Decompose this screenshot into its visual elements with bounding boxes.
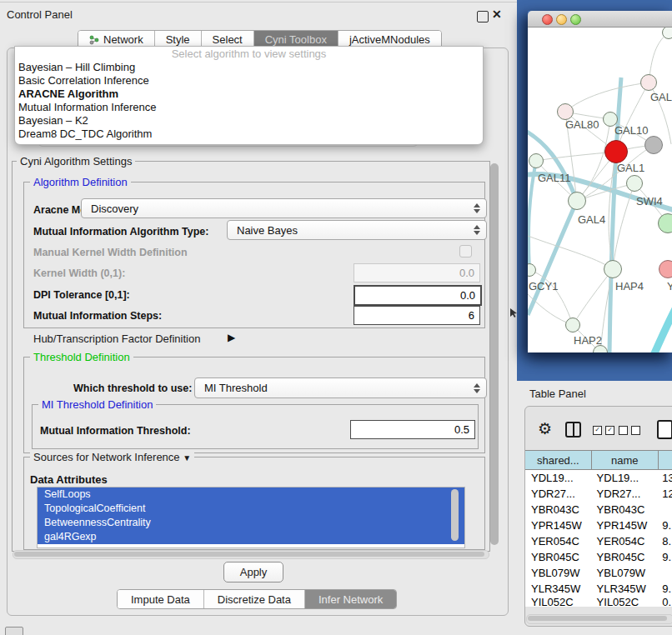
table-horizontal-scrollbar-thumb[interactable] bbox=[528, 616, 667, 621]
aracne-mode-combobox[interactable]: Discovery bbox=[81, 198, 487, 218]
table-cell: 13 bbox=[656, 470, 672, 486]
network-node-gal1[interactable] bbox=[626, 175, 643, 192]
network-window-titlebar[interactable] bbox=[528, 11, 672, 28]
attribute-item[interactable]: BetweennessCentrality bbox=[38, 516, 464, 530]
column-header[interactable]: name bbox=[592, 451, 659, 469]
table-row[interactable]: YBR045CYBR045C9. bbox=[525, 549, 672, 565]
column-header[interactable]: shared... bbox=[525, 451, 592, 469]
settings-horizontal-scrollbar-thumb[interactable] bbox=[14, 552, 484, 557]
attribute-item[interactable]: SelfLoops bbox=[38, 488, 464, 502]
app-screen: Control Panel ✕ Network Style Select Cyn… bbox=[0, 0, 672, 635]
node-label: GAL11 bbox=[538, 172, 571, 184]
table-cell: 9. bbox=[656, 518, 672, 533]
node-label: GAL4 bbox=[578, 213, 605, 226]
mi-threshold-definition-title: MI Threshold Definition bbox=[38, 398, 156, 411]
node-label: GAL bbox=[650, 91, 672, 103]
network-node-gal80[interactable] bbox=[557, 103, 574, 120]
gear-icon[interactable]: ⚙ bbox=[538, 421, 552, 437]
minimize-traffic-light[interactable] bbox=[556, 14, 567, 25]
table-cell: YER054C bbox=[591, 533, 657, 549]
hub-definition-label: Hub/Transcription Factor Definition bbox=[33, 332, 200, 345]
which-threshold-combobox[interactable]: MI Threshold bbox=[194, 378, 487, 398]
table-horizontal-scrollbar[interactable] bbox=[526, 614, 672, 624]
columns-icon[interactable] bbox=[565, 422, 581, 438]
aracne-mode-value: Discovery bbox=[91, 202, 138, 215]
tab-infer-network-label: Infer Network bbox=[318, 593, 383, 606]
network-node-swi4[interactable] bbox=[658, 213, 672, 233]
manual-kernel-width-checkbox[interactable] bbox=[459, 245, 472, 258]
dropdown-item[interactable]: Basic Correlation Inference bbox=[15, 74, 483, 88]
dropdown-item[interactable]: Dream8 DC_TDC Algorithm bbox=[15, 128, 483, 141]
sources-collapse-icon[interactable]: ▼ bbox=[183, 453, 191, 462]
network-node-hap4[interactable] bbox=[604, 260, 622, 278]
unchecked-box-icon bbox=[631, 426, 640, 435]
tab-impute-data[interactable]: Impute Data bbox=[118, 590, 204, 608]
table-row[interactable]: YLR345WYLR345W9. bbox=[525, 581, 672, 597]
dpi-tolerance-label: DPI Tolerance [0,1]: bbox=[33, 289, 130, 301]
close-traffic-light[interactable] bbox=[542, 14, 553, 25]
float-window-icon[interactable] bbox=[477, 11, 489, 22]
table-cell: YDL19... bbox=[525, 470, 591, 486]
network-node-gal11[interactable] bbox=[529, 153, 544, 168]
network-node[interactable] bbox=[662, 28, 672, 39]
attribute-item[interactable]: TopologicalCoefficient bbox=[38, 502, 464, 516]
network-node-gal4[interactable] bbox=[568, 192, 586, 210]
tab-select-label: Select bbox=[213, 33, 243, 46]
tab-discretize-data[interactable]: Discretize Data bbox=[204, 590, 305, 608]
hub-definition-expand-icon[interactable]: ▶ bbox=[228, 332, 235, 343]
table-cell: YPR145W bbox=[525, 518, 591, 533]
dropdown-prompt: Select algorithm to view settings bbox=[15, 47, 483, 61]
node-label: GCY1 bbox=[529, 280, 558, 292]
network-node-gray[interactable] bbox=[644, 136, 663, 154]
column-header[interactable] bbox=[659, 451, 672, 469]
close-icon[interactable]: ✕ bbox=[492, 8, 502, 21]
table-row[interactable]: YDR27...YDR27...12 bbox=[525, 486, 672, 502]
partial-corner-button[interactable] bbox=[5, 627, 23, 635]
network-node-pink[interactable] bbox=[659, 260, 672, 278]
network-node-selected-red[interactable] bbox=[604, 140, 628, 163]
dropdown-item-selected[interactable]: ARACNE Algorithm bbox=[15, 88, 483, 101]
attributes-list-scrollbar[interactable] bbox=[451, 489, 459, 541]
sources-group-title-text: Sources for Network Inference bbox=[33, 451, 180, 463]
table-row[interactable]: YPR145WYPR145W9. bbox=[525, 518, 672, 533]
dropdown-item[interactable]: Bayesian – K2 bbox=[15, 114, 483, 128]
network-node[interactable] bbox=[640, 74, 657, 91]
dropdown-item[interactable]: Mutual Information Inference bbox=[15, 101, 483, 114]
tab-network-label: Network bbox=[103, 33, 143, 46]
apply-button[interactable]: Apply bbox=[223, 562, 283, 582]
network-canvas[interactable]: GAL GAL80 GAL10 GAL1 GAL11 SWI4 GAL4 GCY… bbox=[528, 28, 672, 352]
kernel-width-label: Kernel Width (0,1): bbox=[33, 268, 125, 279]
network-node-hap2[interactable] bbox=[565, 318, 580, 332]
mi-algorithm-type-combobox[interactable]: Naive Bayes bbox=[227, 220, 487, 240]
node-label: HAP2 bbox=[574, 334, 602, 347]
tab-infer-network[interactable]: Infer Network bbox=[305, 590, 396, 608]
deselect-all-checks-icon[interactable] bbox=[619, 426, 640, 435]
table-row[interactable]: YDL19...YDL19...13 bbox=[525, 470, 672, 486]
table-row[interactable]: YBR043CYBR043C bbox=[525, 502, 672, 518]
manual-kernel-width-label: Manual Kernel Width Definition bbox=[33, 247, 188, 258]
select-all-checks-icon[interactable]: ✓ ✓ bbox=[593, 426, 614, 435]
kernel-width-input[interactable]: 0.0 bbox=[354, 263, 480, 282]
which-threshold-value: MI Threshold bbox=[204, 382, 268, 394]
table-header-row: shared... name bbox=[525, 450, 672, 470]
new-table-icon[interactable] bbox=[657, 420, 672, 439]
data-attributes-label: Data Attributes bbox=[30, 473, 108, 486]
table-cell bbox=[656, 502, 672, 518]
table-row[interactable]: YIL052CYIL052C0. bbox=[525, 597, 672, 607]
mi-algorithm-type-label: Mutual Information Algorithm Type: bbox=[33, 226, 208, 238]
table-row[interactable]: YBL079WYBL079W bbox=[525, 565, 672, 581]
dropdown-item[interactable]: Bayesian – Hill Climbing bbox=[15, 61, 483, 74]
settings-vertical-scrollbar[interactable] bbox=[490, 163, 499, 545]
mi-threshold-input[interactable]: 0.5 bbox=[350, 420, 475, 439]
control-panel-title: Control Panel bbox=[7, 8, 73, 21]
settings-horizontal-scrollbar[interactable] bbox=[13, 550, 489, 559]
attribute-item[interactable]: gal4RGexp bbox=[38, 530, 464, 544]
tab-jactivemnodules-label: jActiveMNodules bbox=[349, 33, 430, 46]
zoom-traffic-light[interactable] bbox=[570, 14, 581, 25]
table-row[interactable]: YER054CYER054C8. bbox=[525, 533, 672, 549]
mi-steps-input[interactable]: 6 bbox=[354, 306, 480, 325]
mi-algorithm-type-value: Naive Bayes bbox=[237, 224, 298, 237]
dpi-tolerance-input[interactable]: 0.0 bbox=[354, 285, 482, 306]
table-cell: YBR045C bbox=[591, 549, 657, 565]
table-cell: YBL079W bbox=[591, 565, 657, 581]
